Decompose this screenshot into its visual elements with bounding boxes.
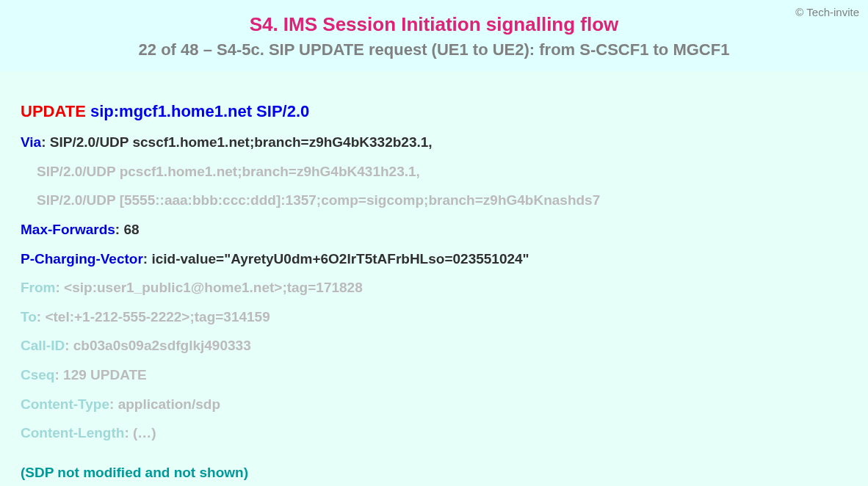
- to-line: To: <tel:+1-212-555-2222>;tag=314159: [21, 308, 847, 327]
- request-method: UPDATE: [21, 102, 86, 120]
- from-value: <sip:user1_public1@home1.net>;tag=171828: [64, 280, 363, 295]
- call-id-value: cb03a0s09a2sdfglkj490333: [73, 338, 251, 353]
- content-area: UPDATE sip:mgcf1.home1.net SIP/2.0 Via: …: [0, 71, 868, 486]
- cseq-line: Cseq: 129 UPDATE: [21, 366, 847, 385]
- copyright-text: © Tech-invite: [795, 6, 859, 18]
- request-uri: sip:mgcf1.home1.net SIP/2.0: [90, 102, 309, 120]
- content-length-value: (…): [133, 425, 156, 440]
- content-length-line: Content-Length: (…): [21, 424, 847, 443]
- via-header-line: Via: SIP/2.0/UDP scscf1.home1.net;branch…: [21, 133, 847, 152]
- title-main: S4. IMS Session Initiation signalling fl…: [15, 13, 853, 36]
- max-forwards-value: 68: [123, 222, 139, 237]
- content-type-line: Content-Type: application/sdp: [21, 395, 847, 414]
- title-subtitle: 22 of 48 – S4-5c. SIP UPDATE request (UE…: [15, 40, 853, 59]
- cseq-value: 129 UPDATE: [63, 367, 147, 382]
- cseq-name: Cseq: [21, 367, 54, 382]
- via-header-name: Via: [21, 134, 41, 150]
- via-header-value-first: SIP/2.0/UDP scscf1.home1.net;branch=z9hG…: [50, 134, 433, 150]
- content-type-value: application/sdp: [118, 396, 220, 412]
- to-name: To: [21, 309, 37, 324]
- via-continuation-2: SIP/2.0/UDP [5555::aaa:bbb:ccc:ddd]:1357…: [21, 191, 847, 210]
- sdp-note: (SDP not modified and not shown): [21, 465, 847, 481]
- call-id-name: Call-ID: [21, 338, 65, 353]
- from-line: From: <sip:user1_public1@home1.net>;tag=…: [21, 278, 847, 297]
- content-type-name: Content-Type: [21, 396, 109, 412]
- max-forwards-name: Max-Forwards: [21, 222, 115, 237]
- max-forwards-line: Max-Forwards: 68: [21, 220, 847, 239]
- call-id-line: Call-ID: cb03a0s09a2sdfglkj490333: [21, 336, 847, 355]
- header-band: © Tech-invite S4. IMS Session Initiation…: [0, 0, 868, 71]
- via-continuation-1: SIP/2.0/UDP pcscf1.home1.net;branch=z9hG…: [21, 162, 847, 181]
- p-charging-vector-name: P-Charging-Vector: [21, 251, 143, 266]
- from-name: From: [21, 280, 56, 295]
- to-value: <tel:+1-212-555-2222>;tag=314159: [45, 309, 270, 324]
- sip-request-line: UPDATE sip:mgcf1.home1.net SIP/2.0: [21, 102, 847, 121]
- p-charging-vector-line: P-Charging-Vector: icid-value="AyretyU0d…: [21, 250, 847, 269]
- p-charging-vector-value: icid-value="AyretyU0dm+6O2IrT5tAFrbHLso=…: [151, 251, 529, 266]
- content-length-name: Content-Length: [21, 425, 124, 440]
